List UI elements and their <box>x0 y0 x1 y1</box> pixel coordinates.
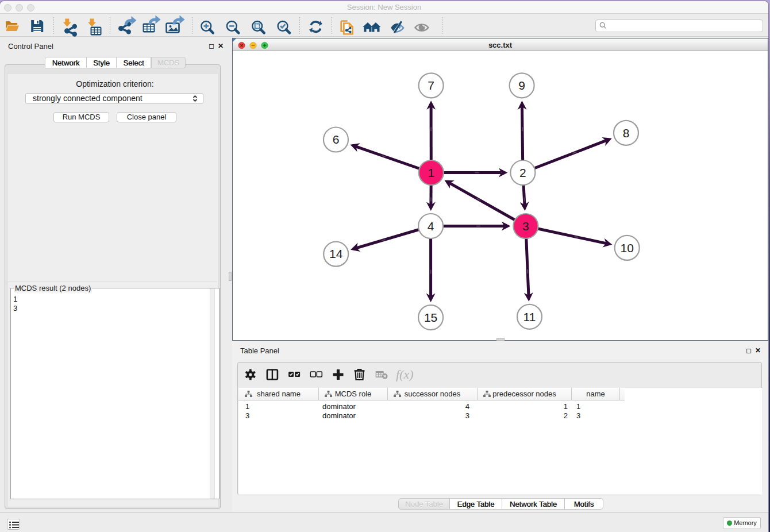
svg-text:2: 2 <box>519 166 526 179</box>
svg-text:9: 9 <box>518 79 525 92</box>
svg-text:1: 1 <box>428 166 434 179</box>
svg-text:10: 10 <box>621 241 634 255</box>
svg-text:15: 15 <box>424 311 437 324</box>
svg-text:8: 8 <box>623 126 630 140</box>
svg-text:14: 14 <box>329 247 343 260</box>
svg-text:4: 4 <box>428 219 434 233</box>
svg-text:6: 6 <box>333 133 340 146</box>
svg-text:11: 11 <box>523 310 536 323</box>
svg-text:3: 3 <box>522 219 529 233</box>
svg-text:7: 7 <box>428 79 434 92</box>
svg-text:f(x): f(x) <box>396 367 414 381</box>
